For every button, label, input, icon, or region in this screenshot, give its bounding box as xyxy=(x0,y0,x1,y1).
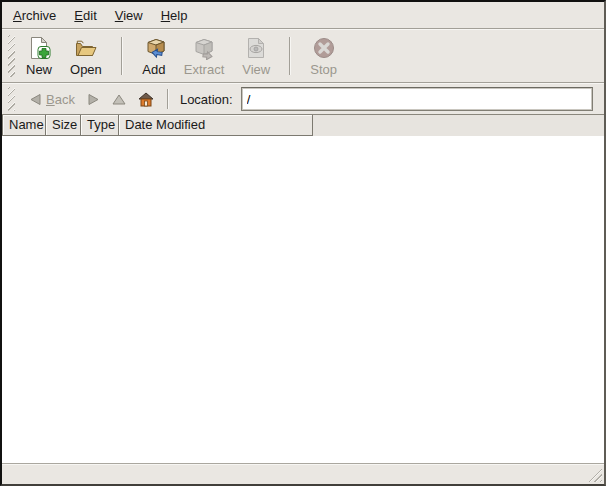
column-header-date-modified[interactable]: Date Modified xyxy=(119,115,313,136)
forward-button[interactable] xyxy=(81,90,106,109)
stop-button-label: Stop xyxy=(310,62,337,77)
column-header-filler xyxy=(313,115,604,136)
back-icon xyxy=(29,93,42,106)
toolbar-grip-handle[interactable] xyxy=(8,35,15,77)
column-header-size[interactable]: Size xyxy=(46,115,81,136)
column-header-type[interactable]: Type xyxy=(81,115,119,136)
status-bar xyxy=(2,464,604,484)
menu-help[interactable]: Help xyxy=(152,2,197,28)
back-button-label: Back xyxy=(46,92,75,107)
toolbar: New Open Add xyxy=(2,30,604,82)
extract-button[interactable]: Extract xyxy=(176,32,232,81)
menu-archive[interactable]: Archive xyxy=(4,2,65,28)
menu-view-label: View xyxy=(115,8,143,23)
file-list-rows[interactable] xyxy=(2,136,604,463)
menu-edit-label: Edit xyxy=(74,8,96,23)
open-button-label: Open xyxy=(70,62,102,77)
file-list-header: Name Size Type Date Modified xyxy=(2,114,604,136)
forward-icon xyxy=(87,93,100,106)
open-button[interactable]: Open xyxy=(62,32,110,81)
navigation-bar: Back Location: xyxy=(2,84,604,114)
toolbar-separator-1 xyxy=(121,37,123,75)
column-header-name[interactable]: Name xyxy=(2,115,46,136)
stop-icon xyxy=(312,36,336,60)
new-button-label: New xyxy=(26,62,52,77)
archive-manager-window: Archive Edit View Help New xyxy=(0,0,606,486)
navbar-grip-handle[interactable] xyxy=(8,87,15,111)
add-files-icon xyxy=(142,36,166,60)
menu-bar: Archive Edit View Help xyxy=(2,2,604,28)
location-input[interactable] xyxy=(241,87,593,111)
add-button-label: Add xyxy=(142,62,165,77)
up-icon xyxy=(112,93,126,106)
home-icon xyxy=(138,92,154,107)
toolbar-separator-2 xyxy=(289,37,291,75)
navbar-separator xyxy=(167,89,169,109)
back-button[interactable]: Back xyxy=(23,89,81,110)
resize-grip[interactable] xyxy=(588,468,602,482)
add-button[interactable]: Add xyxy=(134,32,174,81)
view-file-icon xyxy=(244,36,268,60)
home-button[interactable] xyxy=(132,89,160,110)
location-label: Location: xyxy=(180,92,233,107)
new-button[interactable]: New xyxy=(18,32,60,81)
menu-archive-label: Archive xyxy=(13,8,56,23)
view-button-label: View xyxy=(242,62,270,77)
menu-help-label: Help xyxy=(161,8,188,23)
view-button[interactable]: View xyxy=(234,32,278,81)
extract-icon xyxy=(192,36,216,60)
file-list: Name Size Type Date Modified xyxy=(2,114,604,464)
extract-button-label: Extract xyxy=(184,62,224,77)
up-button[interactable] xyxy=(106,90,132,109)
stop-button[interactable]: Stop xyxy=(302,32,345,81)
open-archive-icon xyxy=(74,36,98,60)
new-archive-icon xyxy=(27,36,51,60)
menu-view[interactable]: View xyxy=(106,2,152,28)
menu-edit[interactable]: Edit xyxy=(65,2,105,28)
